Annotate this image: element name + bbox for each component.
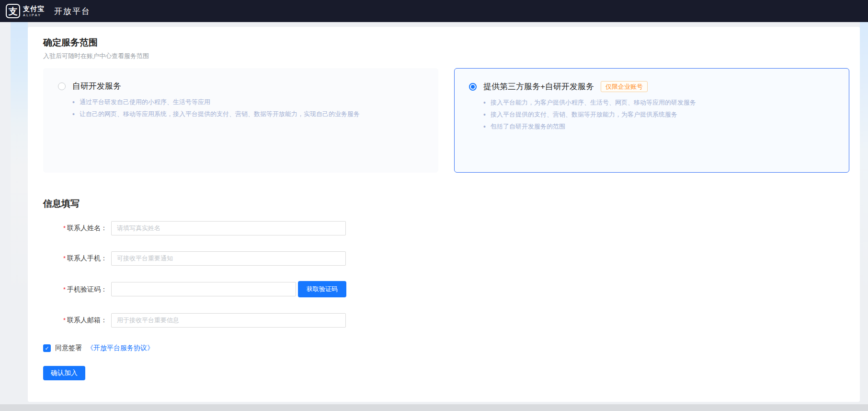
option-bullet: 接入平台提供的支付、营销、数据等开放能力，为客户提供系统服务: [483, 111, 834, 118]
option-bullet: 通过平台研发自己使用的小程序、生活号等应用: [72, 98, 423, 106]
top-navbar: 支 支付宝 ALIPAY 开放平台: [0, 0, 868, 22]
get-sms-code-button[interactable]: 获取验证码: [298, 281, 346, 297]
main-content-card: 确定服务范围 入驻后可随时在账户中心查看服务范围 自研开发服务 通过平台研发自己…: [28, 27, 860, 402]
sms-code-label: *手机验证码：: [43, 282, 111, 297]
contact-name-label-text: 联系人姓名：: [67, 224, 107, 232]
required-mark: *: [63, 286, 66, 293]
option-bullet: 让自己的网页、移动等应用系统，接入平台提供的支付、营销、数据等开放能力，实现自己…: [72, 110, 423, 118]
alipay-logo[interactable]: 支 支付宝 ALIPAY: [6, 4, 45, 18]
contact-email-input[interactable]: [111, 313, 346, 328]
contact-email-label-text: 联系人邮箱：: [67, 316, 107, 324]
brand-name-cn: 支付宝: [23, 5, 45, 12]
option-bullet: 接入平台能力，为客户提供小程序、生活号、网页、移动等应用的研发服务: [483, 99, 834, 106]
service-scope-subtitle: 入驻后可随时在账户中心查看服务范围: [43, 52, 849, 60]
left-gradient-decoration: [11, 22, 28, 291]
contact-phone-label: *联系人手机：: [43, 251, 111, 266]
option-head-self-dev: 自研开发服务: [58, 81, 423, 92]
radio-unselected-icon[interactable]: [58, 82, 66, 90]
option-card-self-dev[interactable]: 自研开发服务 通过平台研发自己使用的小程序、生活号等应用 让自己的网页、移动等应…: [43, 68, 438, 173]
radio-selected-icon[interactable]: [469, 83, 477, 91]
confirm-join-button[interactable]: 确认加入: [43, 366, 85, 380]
alipay-logo-glyph: 支: [9, 7, 18, 16]
brand-name-en: ALIPAY: [23, 13, 45, 17]
right-gradient-decoration: [860, 22, 868, 291]
contact-name-input[interactable]: [111, 221, 346, 235]
agreement-checkbox-checked[interactable]: [43, 344, 51, 352]
option-bullet: 包括了自研开发服务的范围: [483, 123, 834, 130]
form-row-sms-code: *手机验证码： 获取验证码: [43, 281, 849, 297]
option-bullets-self-dev: 通过平台研发自己使用的小程序、生活号等应用 让自己的网页、移动等应用系统，接入平…: [72, 98, 423, 118]
form-row-contact-phone: *联系人手机：: [43, 251, 849, 266]
required-mark: *: [63, 255, 66, 262]
agreement-row: 同意签署 《开放平台服务协议》: [43, 344, 849, 352]
alipay-brand-text: 支付宝 ALIPAY: [23, 5, 45, 17]
service-options-row: 自研开发服务 通过平台研发自己使用的小程序、生活号等应用 让自己的网页、移动等应…: [43, 68, 849, 173]
option-card-third-party[interactable]: 提供第三方服务+自研开发服务 仅限企业账号 接入平台能力，为客户提供小程序、生活…: [454, 68, 849, 173]
contact-name-label: *联系人姓名：: [43, 221, 111, 235]
alipay-logo-icon: 支: [6, 4, 20, 18]
service-agreement-link[interactable]: 《开放平台服务协议》: [87, 344, 154, 352]
contact-email-label: *联系人邮箱：: [43, 313, 111, 328]
enterprise-only-badge: 仅限企业账号: [601, 81, 648, 92]
option-title-third-party: 提供第三方服务+自研开发服务: [483, 82, 594, 92]
info-form-title: 信息填写: [43, 198, 849, 210]
contact-phone-input[interactable]: [111, 251, 346, 266]
option-title-self-dev: 自研开发服务: [72, 81, 121, 92]
option-bullets-third-party: 接入平台能力，为客户提供小程序、生活号、网页、移动等应用的研发服务 接入平台提供…: [483, 99, 834, 130]
required-mark: *: [63, 317, 66, 324]
contact-phone-label-text: 联系人手机：: [67, 254, 107, 262]
info-form: *联系人姓名： *联系人手机： *手机验证码： 获取验证码 *联系人邮箱：: [43, 221, 849, 380]
form-row-contact-name: *联系人姓名：: [43, 221, 849, 235]
agreement-text: 同意签署: [55, 344, 82, 352]
product-name: 开放平台: [54, 6, 91, 17]
service-scope-title: 确定服务范围: [43, 36, 849, 49]
option-head-third-party: 提供第三方服务+自研开发服务 仅限企业账号: [469, 81, 834, 92]
form-row-contact-email: *联系人邮箱：: [43, 313, 849, 328]
bottom-edge-bar: [0, 404, 868, 411]
sms-code-input[interactable]: [111, 282, 296, 296]
sms-code-label-text: 手机验证码：: [67, 285, 107, 293]
required-mark: *: [63, 224, 66, 232]
